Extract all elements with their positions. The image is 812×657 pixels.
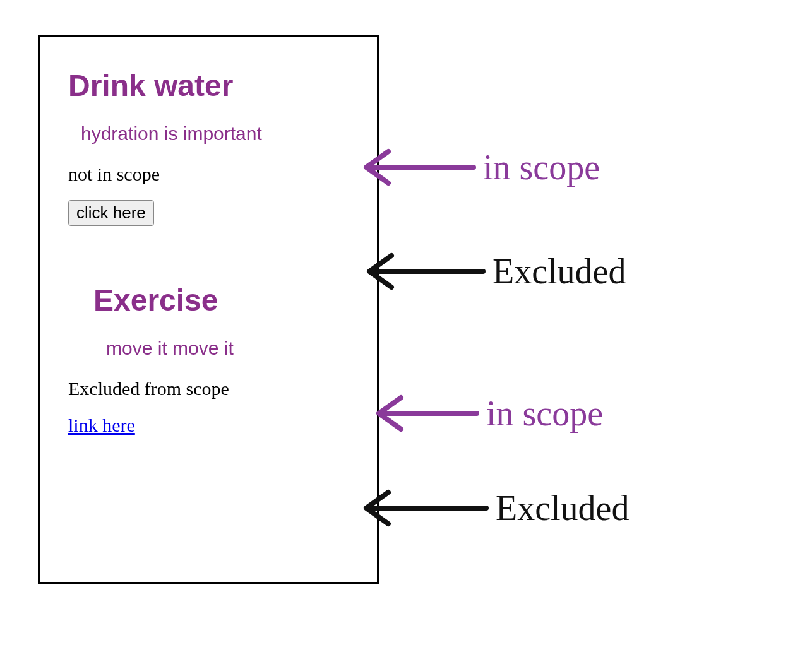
click-here-button[interactable]: click here xyxy=(68,200,154,226)
text-not-in-scope: not in scope xyxy=(68,163,349,185)
text-excluded-from-scope: Excluded from scope xyxy=(68,378,349,400)
content-box: Drink water hydration is important not i… xyxy=(38,35,379,584)
subheading-hydration: hydration is important xyxy=(81,123,349,145)
annotation-label: Excluded xyxy=(496,488,629,528)
annotation-label: in scope xyxy=(483,147,600,187)
annotation-in-scope-2: in scope xyxy=(369,391,603,435)
arrow-left-icon xyxy=(369,391,480,435)
section-exercise: Exercise move it move it Excluded from s… xyxy=(68,283,349,436)
annotation-excluded-1: Excluded xyxy=(360,249,626,293)
annotation-label: Excluded xyxy=(493,251,626,292)
arrow-left-icon xyxy=(357,145,477,189)
annotation-excluded-2: Excluded xyxy=(357,486,629,530)
arrow-left-icon xyxy=(360,249,486,293)
heading-exercise: Exercise xyxy=(93,283,349,317)
subheading-move-it: move it move it xyxy=(106,338,349,359)
section-drink-water: Drink water hydration is important not i… xyxy=(68,68,349,251)
annotation-in-scope-1: in scope xyxy=(357,145,600,189)
link-here[interactable]: link here xyxy=(68,415,135,435)
arrow-left-icon xyxy=(357,486,489,530)
heading-drink-water: Drink water xyxy=(68,68,349,103)
annotation-label: in scope xyxy=(486,393,603,434)
